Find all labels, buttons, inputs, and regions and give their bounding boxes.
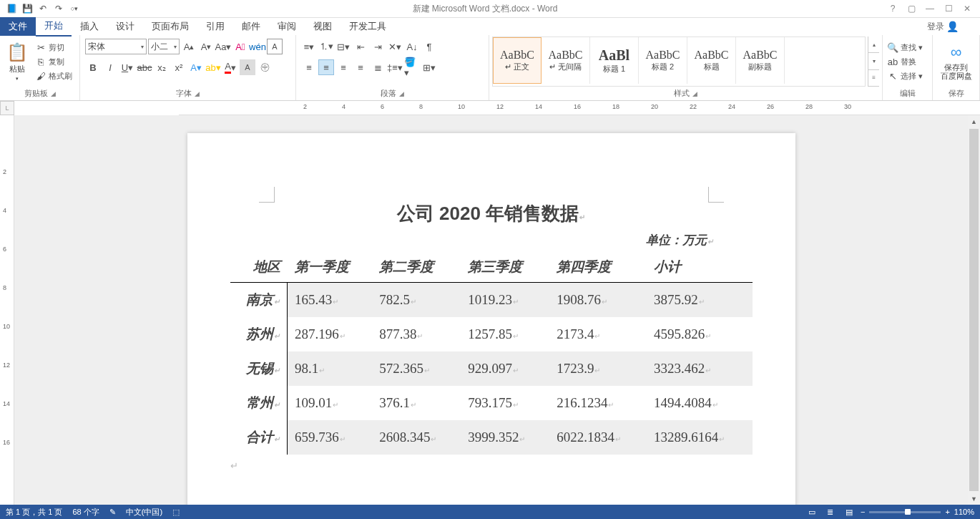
tab-references[interactable]: 引用: [197, 17, 233, 36]
paste-button[interactable]: 📋粘贴▾: [3, 37, 31, 87]
redo-icon[interactable]: ↷: [52, 1, 66, 16]
save-baidu-button[interactable]: ∞保存到 百度网盘: [936, 37, 976, 87]
show-marks-icon[interactable]: ¶: [421, 39, 437, 54]
select-button[interactable]: ↖选择▾: [886, 69, 924, 82]
strike-icon[interactable]: abc: [137, 59, 152, 75]
ruler-h[interactable]: 24681012141618202224262830: [179, 101, 980, 115]
sort-icon[interactable]: A↓: [404, 39, 420, 54]
find-button[interactable]: 🔍查找▾: [886, 41, 924, 54]
read-mode-icon[interactable]: ▭: [805, 506, 819, 518]
scroll-up-icon[interactable]: ▲: [968, 115, 980, 127]
web-layout-icon[interactable]: ▤: [842, 506, 856, 518]
minimize-icon[interactable]: —: [921, 1, 939, 16]
word-count[interactable]: 68 个字: [72, 507, 99, 518]
page-status[interactable]: 第 1 页，共 1 页: [6, 507, 62, 518]
tab-review[interactable]: 审阅: [269, 17, 305, 36]
zoom-level[interactable]: 110%: [954, 508, 974, 516]
underline-icon[interactable]: U▾: [119, 59, 135, 75]
language-status[interactable]: 中文(中国): [126, 507, 162, 518]
copy-button[interactable]: ⎘复制: [34, 55, 74, 68]
increase-indent-icon[interactable]: ⇥: [370, 39, 386, 54]
login-button[interactable]: 登录👤: [927, 21, 980, 33]
shrink-font-icon[interactable]: A▾: [198, 39, 214, 54]
align-center-icon[interactable]: ≡: [318, 59, 334, 75]
replace-button[interactable]: ab替换: [886, 55, 924, 68]
highlight-icon[interactable]: ab▾: [205, 59, 221, 75]
zoom-slider[interactable]: [869, 511, 941, 513]
table-cell: 216.1234↵: [549, 386, 647, 420]
help-icon[interactable]: ?: [884, 1, 901, 16]
style-item[interactable]: AaBbC副标题: [736, 37, 785, 84]
italic-icon[interactable]: I: [102, 59, 118, 75]
styles-gallery[interactable]: AaBbC↵ 正文AaBbC↵ 无间隔AaBl标题 1AaBbC标题 2AaBb…: [492, 37, 866, 87]
multilevel-icon[interactable]: ⊟▾: [335, 39, 351, 54]
tab-developer[interactable]: 开发工具: [340, 17, 395, 36]
enclose-char-icon[interactable]: ㊥: [257, 59, 273, 75]
close-icon[interactable]: ✕: [959, 1, 976, 16]
align-left-icon[interactable]: ≡: [301, 59, 317, 75]
zoom-out-icon[interactable]: −: [861, 508, 865, 516]
style-item[interactable]: AaBbC↵ 无间隔: [542, 37, 590, 84]
tab-view[interactable]: 视图: [305, 17, 340, 36]
cut-button[interactable]: ✂剪切: [34, 41, 74, 54]
shading-icon[interactable]: 🪣▾: [404, 59, 420, 75]
dialog-launcher-icon[interactable]: ◢: [195, 90, 200, 97]
line-spacing-icon[interactable]: ‡≡▾: [387, 59, 403, 75]
format-painter-button[interactable]: 🖌格式刷: [34, 69, 74, 82]
tab-design[interactable]: 设计: [107, 17, 143, 36]
char-shading-icon[interactable]: A: [240, 59, 255, 75]
decrease-indent-icon[interactable]: ⇤: [353, 39, 368, 54]
scroll-down-icon[interactable]: ▼: [968, 493, 980, 505]
style-item[interactable]: AaBbC↵ 正文: [493, 37, 542, 84]
char-border-icon[interactable]: A: [267, 39, 283, 54]
style-item[interactable]: AaBl标题 1: [590, 37, 639, 84]
save-icon[interactable]: 💾: [20, 1, 34, 16]
distribute-icon[interactable]: ≣: [370, 59, 386, 75]
maximize-icon[interactable]: ☐: [940, 1, 957, 16]
font-name-combo[interactable]: 宋体▾: [85, 39, 147, 54]
insert-mode-icon[interactable]: ⬚: [172, 508, 180, 517]
style-item[interactable]: AaBbC标题: [687, 37, 736, 84]
numbering-icon[interactable]: ⒈▾: [318, 39, 334, 54]
text-effects-icon[interactable]: A▾: [188, 59, 204, 75]
change-case-icon[interactable]: Aa▾: [215, 39, 231, 54]
tab-mailings[interactable]: 邮件: [233, 17, 269, 36]
subscript-icon[interactable]: x₂: [154, 59, 170, 75]
paragraph-mark: ↵: [230, 460, 753, 471]
undo-icon[interactable]: ↶: [36, 1, 50, 16]
ruler-vertical[interactable]: 246810121416: [0, 115, 14, 505]
table-header: 地区: [230, 252, 288, 283]
gallery-scroll[interactable]: ▴▾≡: [868, 37, 879, 87]
style-item[interactable]: AaBbC标题 2: [639, 37, 687, 84]
clear-format-icon[interactable]: Aͯ: [232, 39, 248, 54]
dialog-launcher-icon[interactable]: ◢: [399, 90, 404, 97]
justify-icon[interactable]: ≡: [353, 59, 368, 75]
phonetic-icon[interactable]: wén: [250, 39, 265, 54]
table-cell: 2173.4↵: [549, 317, 647, 351]
qat-more-icon[interactable]: ○▾: [67, 1, 82, 16]
tab-home[interactable]: 开始: [36, 16, 72, 37]
dialog-launcher-icon[interactable]: ◢: [51, 90, 56, 97]
scroll-thumb[interactable]: [969, 129, 979, 491]
bullets-icon[interactable]: ≡▾: [301, 39, 317, 54]
grow-font-icon[interactable]: A▴: [181, 39, 197, 54]
ribbon-toggle-icon[interactable]: ▢: [903, 1, 920, 16]
dialog-launcher-icon[interactable]: ◢: [692, 90, 697, 97]
bold-icon[interactable]: B: [85, 59, 101, 75]
ruler-corner[interactable]: L: [0, 101, 14, 115]
page-viewport[interactable]: 公司 2020 年销售数据↵ 单位：万元↵ 地区第一季度第二季度第三季度第四季度…: [14, 115, 968, 505]
font-size-combo[interactable]: 小二▾: [148, 39, 180, 54]
superscript-icon[interactable]: x²: [171, 59, 187, 75]
group-clipboard: 📋粘贴▾ ✂剪切 ⎘复制 🖌格式刷 剪贴板◢: [0, 35, 80, 100]
tab-layout[interactable]: 页面布局: [143, 17, 197, 36]
print-layout-icon[interactable]: ≣: [823, 506, 838, 518]
font-color-icon[interactable]: A▾: [222, 59, 238, 75]
proofing-icon[interactable]: ✎: [109, 508, 116, 517]
asian-layout-icon[interactable]: ✕▾: [387, 39, 403, 54]
tab-insert[interactable]: 插入: [72, 17, 107, 36]
zoom-in-icon[interactable]: +: [945, 508, 949, 516]
tab-file[interactable]: 文件: [0, 17, 36, 36]
borders-icon[interactable]: ⊞▾: [421, 59, 437, 75]
align-right-icon[interactable]: ≡: [335, 59, 351, 75]
vertical-scrollbar[interactable]: ▲ ▼: [968, 115, 980, 505]
